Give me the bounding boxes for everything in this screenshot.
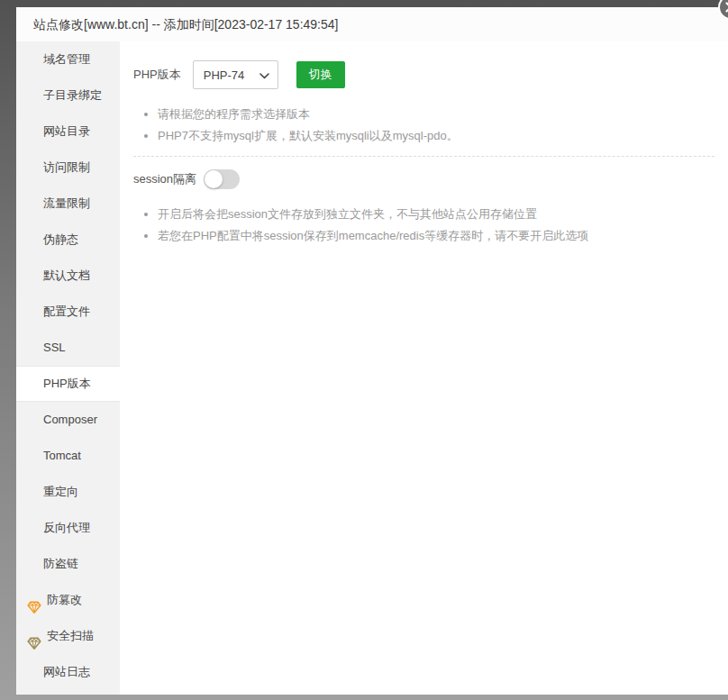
- session-notes: 开启后将会把session文件存放到独立文件夹，不与其他站点公用存储位置若您在P…: [133, 204, 714, 247]
- sidebar-item[interactable]: 域名管理: [16, 41, 120, 77]
- gem-icon: [27, 629, 41, 643]
- gem-icon: [27, 593, 41, 607]
- php-notes: 请根据您的程序需求选择版本PHP7不支持mysql扩展，默认安装mysqli以及…: [133, 104, 714, 147]
- dashed-divider: [133, 156, 714, 157]
- php-version-panel: PHP版本 PHP-74 切换 请根据您的程序需求选择版本PHP7不支持mysq…: [120, 41, 728, 695]
- sidebar-item[interactable]: 反向代理: [16, 510, 120, 546]
- site-modify-dialog: 站点修改[www.bt.cn] -- 添加时间[2023-02-17 15:49…: [16, 7, 728, 695]
- sidebar-item-label: 反向代理: [43, 521, 90, 534]
- note-item: PHP7不支持mysql扩展，默认安装mysqli以及mysql-pdo。: [158, 125, 714, 147]
- note-item: 请根据您的程序需求选择版本: [158, 104, 714, 125]
- sidebar-item-label: 子目录绑定: [43, 88, 102, 102]
- sidebar-item[interactable]: 伪静态: [16, 222, 120, 258]
- sidebar-item-label: 默认文档: [43, 268, 90, 282]
- sidebar-item[interactable]: 配置文件: [16, 294, 120, 330]
- sidebar-item[interactable]: 网站目录: [16, 114, 120, 150]
- session-isolation-label: session隔离: [133, 171, 196, 187]
- sidebar-item-label: 网站日志: [43, 665, 90, 678]
- sidebar-item[interactable]: SSL: [16, 330, 120, 366]
- sidebar-item-label: 流量限制: [43, 196, 90, 210]
- switch-php-button[interactable]: 切换: [296, 61, 345, 88]
- chevron-down-icon: [259, 68, 269, 82]
- dialog-title: 站点修改[www.bt.cn] -- 添加时间[2023-02-17 15:49…: [16, 7, 728, 41]
- php-version-value: PHP-74: [204, 68, 245, 82]
- sidebar-item[interactable]: Tomcat: [16, 438, 120, 474]
- sidebar-item[interactable]: 访问限制: [16, 150, 120, 186]
- sidebar-item-label: 防盗链: [43, 557, 78, 570]
- php-version-label: PHP版本: [133, 67, 181, 83]
- sidebar-item-label: 配置文件: [43, 305, 90, 318]
- sidebar-item-label: PHP版本: [43, 377, 91, 390]
- sidebar-item[interactable]: 防篡改: [16, 582, 120, 618]
- sidebar-item[interactable]: 安全扫描: [16, 618, 120, 654]
- sidebar-item-label: 网站目录: [43, 124, 90, 138]
- toggle-knob: [205, 170, 223, 188]
- sidebar-item-label: 防篡改: [47, 593, 82, 606]
- sidebar-item[interactable]: 网站日志: [16, 654, 120, 690]
- sidebar-item-label: Tomcat: [43, 449, 81, 462]
- dialog-sidebar: 域名管理 子目录绑定: [16, 41, 120, 695]
- session-isolation-toggle[interactable]: [204, 169, 240, 189]
- sidebar-item[interactable]: 防盗链: [16, 546, 120, 582]
- sidebar-item-label: 伪静态: [43, 232, 78, 246]
- sidebar-item-label: SSL: [43, 341, 66, 354]
- sidebar-item-label: 域名管理: [43, 52, 90, 66]
- sidebar-item-label: 安全扫描: [47, 629, 94, 642]
- sidebar-item[interactable]: 子目录绑定: [16, 77, 120, 114]
- sidebar-item-label: Composer: [43, 413, 97, 426]
- sidebar-item[interactable]: 流量限制: [16, 186, 120, 222]
- php-version-select[interactable]: PHP-74: [193, 60, 278, 89]
- note-item: 若您在PHP配置中将session保存到memcache/redis等缓存器时，…: [158, 225, 714, 247]
- sidebar-item[interactable]: 默认文档: [16, 258, 120, 294]
- sidebar-item[interactable]: Composer: [16, 402, 120, 438]
- sidebar-item-label: 访问限制: [43, 160, 90, 174]
- sidebar-item[interactable]: PHP版本: [16, 366, 120, 402]
- sidebar-item-label: 重定向: [43, 485, 78, 498]
- sidebar-item[interactable]: 重定向: [16, 474, 120, 510]
- note-item: 开启后将会把session文件存放到独立文件夹，不与其他站点公用存储位置: [158, 204, 714, 225]
